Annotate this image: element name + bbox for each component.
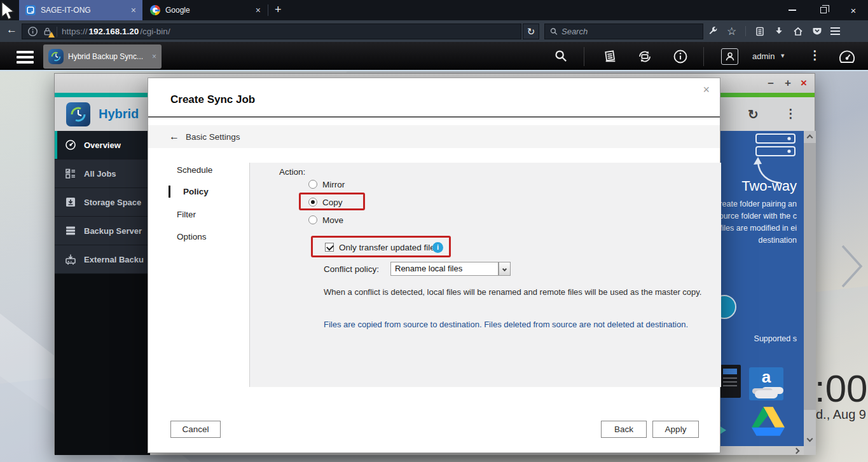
hbs-maximize-button[interactable]: + — [781, 76, 795, 90]
desktop-clock-date: d., Aug 9 — [816, 407, 866, 422]
apply-button[interactable]: Apply — [652, 421, 699, 438]
browser-tab-sage-it-ong[interactable]: SAGE-IT-ONG × — [19, 0, 142, 20]
scrollbar-thumb[interactable] — [804, 143, 816, 410]
carousel-next-chevron-icon[interactable] — [841, 244, 864, 291]
divider — [703, 47, 704, 66]
supported-services-label: Supported s — [754, 334, 797, 343]
sidebar-item-storage-space[interactable]: Storage Space — [55, 188, 150, 217]
amazon-cloud-drive-icon: a — [749, 367, 783, 400]
dialog-nav-options[interactable]: Options — [177, 232, 207, 241]
notifications-info-icon[interactable] — [673, 49, 688, 64]
app-tab-title: Hybrid Backup Sync... — [68, 52, 148, 61]
new-tab-button[interactable]: + — [275, 3, 282, 17]
hbs-app-icon — [66, 102, 90, 126]
dialog-nav-schedule[interactable]: Schedule — [177, 165, 212, 175]
select-dropdown-button[interactable] — [499, 262, 511, 276]
window-close-button[interactable]: × — [839, 0, 868, 20]
back-button[interactable]: Back — [601, 421, 647, 438]
browser-tab-bar: SAGE-IT-ONG × Google × + × — [0, 0, 868, 20]
qnap-search-icon[interactable] — [555, 50, 567, 62]
downloads-icon[interactable] — [773, 26, 784, 37]
screen: :00 d., Aug 9 – + × Hybrid ↻ ⋮ — [0, 0, 868, 462]
google-favicon — [150, 5, 160, 15]
basic-settings-bar: ← Basic Settings — [148, 125, 720, 148]
browser-search-input[interactable] — [561, 27, 698, 36]
google-drive-icon — [752, 407, 785, 438]
dialog-nav-filter[interactable]: Filter — [177, 210, 196, 219]
window-minimize-button[interactable] — [778, 0, 807, 20]
radio-move-label[interactable]: Move — [322, 215, 343, 225]
sidebar-item-overview[interactable]: Overview — [55, 131, 150, 160]
app-tab-close-icon[interactable]: × — [152, 52, 156, 61]
window-restore-button[interactable] — [809, 0, 838, 20]
cloud-shape — [755, 390, 778, 398]
tab-separator — [268, 4, 268, 16]
divider — [584, 47, 584, 66]
radio-move[interactable] — [308, 215, 317, 224]
dialog-title: Create Sync Job — [170, 93, 255, 106]
sidebar-item-backup-server[interactable]: Backup Server — [55, 217, 150, 245]
browser-search-bar[interactable] — [544, 24, 703, 39]
browser-back-button[interactable]: ← — [6, 24, 17, 36]
policy-settings-panel: Action: Mirror Copy Move Only transfer u… — [249, 163, 721, 387]
dialog-nav-policy[interactable]: Policy — [183, 187, 209, 196]
back-arrow-icon[interactable]: ← — [169, 131, 179, 142]
tab-close-icon[interactable]: × — [127, 5, 136, 15]
username-label[interactable]: admin — [752, 51, 775, 61]
page-info-icon[interactable] — [27, 26, 38, 37]
conflict-help-text: When a conflict is detected, local files… — [324, 287, 701, 297]
browser-tab-google[interactable]: Google × — [144, 0, 267, 20]
dialog-close-icon[interactable]: × — [703, 83, 710, 97]
sidebar-item-label: Overview — [84, 140, 121, 150]
sidebar-item-label: Storage Space — [84, 198, 141, 207]
radio-mirror-label[interactable]: Mirror — [322, 180, 345, 189]
remote-sync-status-icon[interactable] — [637, 49, 652, 64]
qnap-toolbar: Hybrid Backup Sync... × — [0, 42, 868, 71]
sidebar-item-all-jobs[interactable]: All Jobs — [55, 160, 150, 188]
qnap-app-tab[interactable]: Hybrid Backup Sync... × — [43, 44, 162, 69]
scroll-down-icon[interactable] — [807, 436, 813, 442]
hbs-app-icon-small — [48, 49, 64, 64]
section-title: Basic Settings — [186, 132, 240, 142]
scroll-up-icon[interactable] — [807, 135, 813, 141]
hbs-sidebar: Overview All Jobs Storage Space — [55, 131, 150, 455]
url-scheme: https:// — [62, 27, 88, 36]
search-icon — [550, 27, 558, 36]
browser-toolbar-icons: ☆ — [707, 20, 840, 42]
browser-menu-icon[interactable] — [830, 27, 840, 35]
hbs-minimize-button[interactable]: – — [764, 76, 778, 90]
vertical-scrollbar[interactable] — [804, 131, 816, 446]
security-lock-icon[interactable] — [43, 27, 52, 36]
hbs-refresh-icon[interactable]: ↻ — [748, 107, 759, 122]
user-avatar-icon[interactable] — [721, 48, 738, 65]
developer-tools-icon[interactable] — [707, 26, 718, 37]
mouse-cursor — [1, 1, 15, 23]
url-bar[interactable]: https://192.168.1.20/cgi-bin/ — [22, 24, 521, 39]
chevron-down-icon — [502, 266, 507, 271]
sidebar-item-external-backup[interactable]: External Backu — [55, 245, 150, 274]
main-menu-icon[interactable] — [17, 51, 34, 64]
cancel-button[interactable]: Cancel — [170, 421, 221, 438]
url-host: 192.168.1.20 — [89, 27, 139, 36]
conflict-policy-select[interactable]: Rename local files — [390, 262, 499, 276]
server-icon — [65, 225, 76, 236]
sidebar-item-label: External Backu — [84, 255, 144, 264]
tab-close-icon[interactable]: × — [252, 5, 261, 15]
radio-mirror[interactable] — [308, 180, 317, 189]
hbs-close-button[interactable]: × — [797, 76, 811, 90]
bookmark-star-icon[interactable]: ☆ — [726, 26, 737, 37]
scroll-right-icon[interactable] — [794, 448, 800, 454]
reload-button[interactable]: ↻ — [523, 24, 539, 39]
library-icon[interactable] — [754, 26, 765, 37]
hbs-more-menu-icon[interactable]: ⋮ — [785, 106, 797, 121]
resource-monitor-gauge-icon[interactable] — [838, 48, 856, 65]
highlight-box-copy — [299, 193, 365, 210]
create-sync-job-dialog: Create Sync Job × ← Basic Settings Sched… — [148, 78, 720, 453]
home-icon[interactable] — [792, 26, 803, 37]
pocket-icon[interactable] — [811, 26, 822, 37]
amazon-a-glyph: a — [749, 367, 783, 386]
qnap-more-menu-icon[interactable]: ⋮ — [809, 48, 821, 62]
user-caret-down-icon[interactable]: ▾ — [781, 51, 785, 60]
divider — [745, 26, 746, 36]
background-tasks-icon[interactable] — [603, 49, 618, 64]
